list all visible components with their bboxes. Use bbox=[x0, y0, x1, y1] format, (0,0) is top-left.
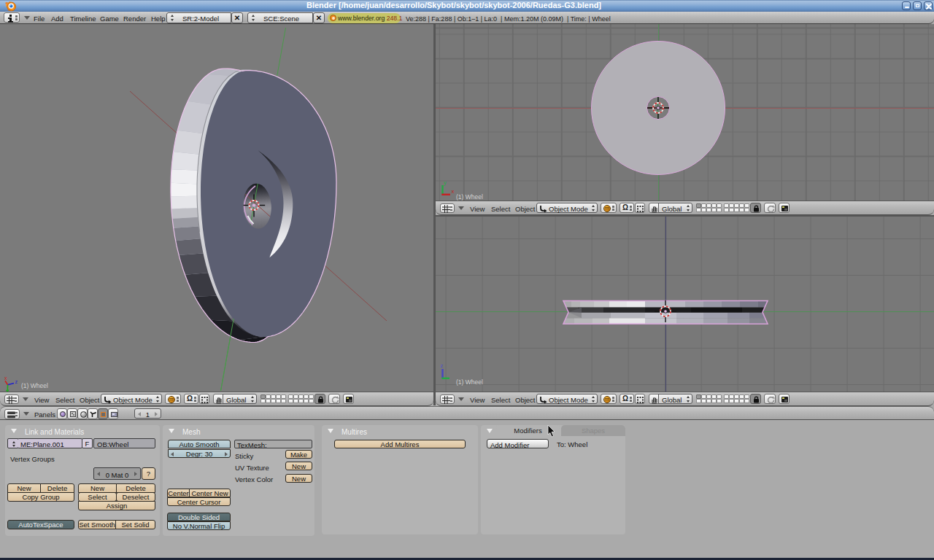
svg-text:x: x bbox=[452, 188, 455, 195]
svg-text:(1) Wheel: (1) Wheel bbox=[456, 193, 483, 201]
svg-text:z: z bbox=[15, 379, 18, 384]
svg-text:x: x bbox=[4, 376, 7, 381]
svg-text:z: z bbox=[441, 363, 444, 369]
svg-text:(1) Wheel: (1) Wheel bbox=[456, 378, 483, 386]
svg-text:y: y bbox=[444, 179, 447, 186]
svg-text:(1) Wheel: (1) Wheel bbox=[21, 382, 48, 389]
